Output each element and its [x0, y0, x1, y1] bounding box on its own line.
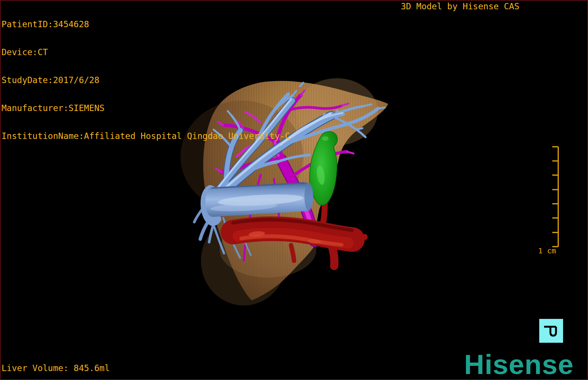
institution-line: InstitutionName:Affiliated Hospital Qing… — [1, 132, 290, 141]
scale-bar — [552, 147, 558, 247]
liver-volume-label: Liver Volume: 845.6ml — [1, 364, 110, 373]
model-watermark: 3D Model by Hisense CAS — [401, 2, 520, 11]
cas-3d-viewer-window: PatientID:3454628 Device:CT StudyDate:20… — [0, 0, 588, 380]
orientation-glyph — [539, 319, 563, 343]
patient-id-line: PatientID:3454628 — [1, 20, 290, 29]
hisense-logo: Hisense — [464, 351, 574, 379]
study-date-line: StudyDate:2017/6/28 — [1, 76, 290, 85]
device-line: Device:CT — [1, 48, 290, 57]
patient-info: PatientID:3454628 Device:CT StudyDate:20… — [1, 1, 290, 159]
scale-bar-label: 1 cm — [538, 246, 556, 255]
orientation-icon[interactable] — [539, 319, 563, 343]
manufacturer-line: Manufacturer:SIEMENS — [1, 104, 290, 113]
